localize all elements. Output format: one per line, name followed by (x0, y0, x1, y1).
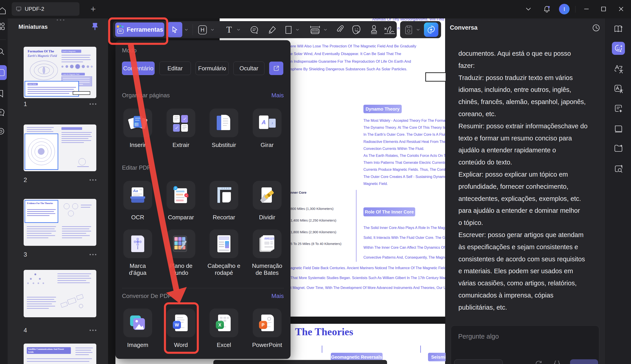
tile-dividir[interactable] (253, 181, 282, 210)
secondary-toolbar (400, 21, 441, 38)
translate-text-button[interactable] (614, 64, 623, 74)
chat-text-line: idiomas, incluindo, entre outros, inglês… (458, 86, 571, 94)
thumb-badge: Loses Its Magnetic Field (61, 73, 85, 76)
stamp-tool-button[interactable] (369, 24, 379, 36)
tile-word[interactable]: W (166, 308, 195, 337)
chat-regenerate-button[interactable] (535, 360, 544, 364)
chat-model-selector[interactable] (454, 359, 503, 364)
grid-view-icon[interactable] (0, 22, 5, 31)
measure-tool-chevron[interactable] (323, 28, 328, 32)
dictionary-button[interactable] (614, 124, 623, 134)
sidebar-drag-handle[interactable] (57, 19, 64, 21)
chat-context-button[interactable] (553, 360, 562, 364)
select-tool-chevron[interactable] (184, 28, 189, 32)
document-tab[interactable]: UPDF-2 (12, 2, 79, 16)
page-menu-button[interactable] (90, 254, 96, 255)
comments-icon[interactable] (0, 108, 5, 116)
tile-plano-de-fundo[interactable] (166, 230, 195, 258)
conversor-mais-link[interactable]: Mais (271, 292, 284, 300)
pen-tool-button[interactable] (267, 25, 278, 35)
tile-girar[interactable]: A › (253, 108, 282, 137)
doc-leader-tick (322, 346, 322, 353)
reader-summary-button[interactable] (614, 24, 623, 34)
attach-tool-button[interactable] (334, 24, 345, 36)
chat-text-line: consistentes de acordo com seus requisit… (458, 256, 585, 263)
avatar[interactable]: I (559, 4, 570, 14)
notifications-button[interactable] (542, 4, 552, 14)
chat-text-line: profundidade, fornecer conhecimento, (458, 183, 568, 190)
select-tool-button[interactable] (167, 22, 182, 37)
collapse-toolbar-button[interactable] (523, 4, 533, 14)
tile-excel[interactable]: X (209, 308, 238, 337)
page-menu-button[interactable] (90, 103, 96, 105)
tile-recortar[interactable] (209, 181, 238, 210)
new-tab-button[interactable]: + (88, 3, 98, 15)
chat-input[interactable] (458, 332, 591, 354)
tile-label: OCR (116, 214, 159, 221)
measure-tool-button[interactable] (309, 24, 321, 36)
thumbnails-panel-button[interactable] (0, 65, 7, 80)
tile-numeracao-bates[interactable]: 000123 (253, 230, 282, 258)
maximize-button[interactable] (599, 4, 608, 14)
page-thumbnail-4[interactable] (24, 270, 96, 317)
tile-comparar[interactable]: + × (166, 181, 195, 210)
tile-powerpoint[interactable]: P (253, 308, 282, 337)
search-icon[interactable] (0, 48, 5, 56)
mode-ocultar[interactable]: Ocultar (233, 62, 264, 75)
save-chevron[interactable] (415, 28, 421, 32)
page-thumbnail-1[interactable]: Formation Of The Earth's Magnetic Field … (24, 47, 96, 98)
page-thumbnail-5[interactable]: Satellite Communications And Power Grids (24, 344, 96, 364)
tile-inserir[interactable] (123, 108, 152, 137)
chat-text-line: e materiais. Eles podem ser usados em (458, 268, 573, 275)
ferramentas-button[interactable]: Ferramentas (115, 22, 164, 37)
open-external-button[interactable] (269, 62, 283, 75)
bookmark-icon[interactable] (0, 90, 4, 98)
mode-comentario[interactable]: Comentário (122, 62, 155, 75)
main-toolbar: Ferramentas H T (113, 21, 397, 38)
text-tool-button[interactable]: T (224, 24, 234, 35)
signature-tool-button[interactable] (383, 24, 396, 36)
ai-chat-button[interactable] (612, 42, 625, 55)
substituir-icon (217, 115, 231, 131)
tile-substituir[interactable] (209, 108, 238, 137)
home-icon[interactable] (0, 6, 7, 15)
attachment-icon[interactable] (0, 127, 5, 135)
external-link-icon (273, 65, 280, 72)
thumb-selection-region: Solar Wind (25, 81, 79, 96)
doc-text-line: Radioactive Elements And Residual Heat F… (363, 140, 445, 144)
minimize-button[interactable] (581, 4, 591, 14)
mode-formulario[interactable]: Formulário (195, 62, 229, 75)
text-icon: T (226, 25, 232, 34)
chat-send-button[interactable] (570, 359, 598, 364)
ai-assistant-button[interactable] (424, 22, 438, 37)
tile-extrair[interactable]: ✓ ✓ (166, 108, 195, 137)
organizar-mais-link[interactable]: Mais (271, 92, 284, 99)
sticker-tool-button[interactable] (351, 24, 362, 36)
page-menu-button[interactable] (90, 179, 96, 181)
pin-icon[interactable] (91, 22, 99, 30)
close-button[interactable] (616, 4, 626, 14)
translate-page-button[interactable] (614, 84, 623, 94)
ai-search-button[interactable] (614, 164, 623, 174)
page-thumbnail-2[interactable] (24, 124, 96, 171)
page-menu-button[interactable] (90, 330, 96, 331)
tile-imagem[interactable] (123, 308, 152, 337)
doc-floating-bar (213, 360, 387, 364)
save-button[interactable] (403, 25, 414, 35)
text-tool-chevron[interactable] (236, 28, 241, 32)
ai-write-button[interactable] (614, 104, 623, 114)
comment-tool-button[interactable] (249, 25, 260, 35)
highlight-tool-button[interactable]: H (197, 25, 208, 35)
title-bar: UPDF-2 + I (0, 0, 631, 18)
tile-marca-dagua[interactable] (123, 230, 152, 258)
ai-files-button[interactable] (614, 143, 623, 153)
shape-tool-chevron[interactable] (295, 28, 300, 32)
doc-text-line: Magnetic Field. (363, 182, 445, 186)
page-thumbnail-3[interactable]: Evidence For The Theories (24, 199, 96, 246)
tile-cabecalho-rodape[interactable] (209, 230, 238, 258)
tile-ocr[interactable]: Aa (123, 181, 152, 210)
mode-editar[interactable]: Editar (159, 62, 191, 75)
highlight-tool-chevron[interactable] (210, 28, 215, 32)
shape-tool-button[interactable] (284, 25, 293, 35)
thumb-badge (61, 127, 82, 130)
